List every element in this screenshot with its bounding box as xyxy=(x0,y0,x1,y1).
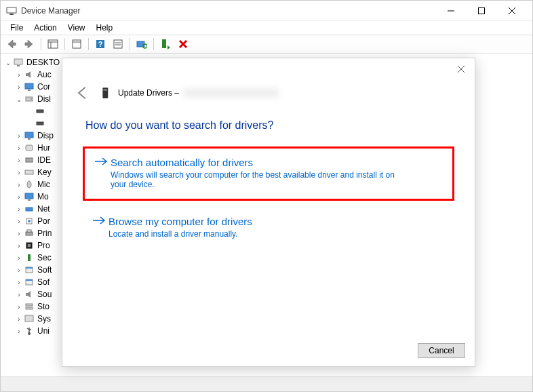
storage-icon xyxy=(24,301,35,312)
close-button[interactable] xyxy=(496,1,527,21)
option-search-automatically[interactable]: Search automatically for drivers Windows… xyxy=(83,146,454,201)
window-title: Device Manager xyxy=(21,6,435,16)
properties-button[interactable] xyxy=(68,36,85,52)
svg-rect-23 xyxy=(25,83,33,89)
chevron-icon[interactable]: › xyxy=(14,315,24,323)
device-name-redacted xyxy=(184,88,279,98)
menu-help[interactable]: Help xyxy=(91,22,119,34)
mouse-icon xyxy=(24,179,35,190)
maximize-button[interactable] xyxy=(466,1,496,21)
show-hide-tree-button[interactable] xyxy=(45,36,61,52)
update-drivers-dialog: Update Drivers – How do you want to sear… xyxy=(62,58,475,367)
tree-item-label: Mo xyxy=(37,192,49,201)
menu-action[interactable]: Action xyxy=(28,22,62,34)
svg-rect-21 xyxy=(14,59,22,64)
chevron-icon[interactable]: › xyxy=(14,267,24,274)
svg-rect-38 xyxy=(26,208,33,211)
chevron-icon[interactable]: › xyxy=(14,132,24,140)
cpu-icon xyxy=(24,240,35,251)
action-button[interactable] xyxy=(110,36,126,52)
cancel-button[interactable]: Cancel xyxy=(418,343,465,358)
chevron-icon[interactable]: › xyxy=(14,230,24,237)
titlebar: Device Manager xyxy=(1,1,532,21)
svg-rect-3 xyxy=(478,7,484,14)
chevron-icon[interactable]: › xyxy=(14,71,24,79)
tree-item-label: Auc xyxy=(37,70,52,79)
dialog-title: Update Drivers – xyxy=(118,88,279,98)
svg-point-26 xyxy=(31,98,32,100)
chevron-icon[interactable]: ⌄ xyxy=(14,96,24,103)
tree-item-label: Sec xyxy=(37,253,52,262)
svg-rect-22 xyxy=(17,65,20,66)
tree-item-label: Hur xyxy=(37,143,50,153)
system-icon xyxy=(24,313,35,324)
network-icon xyxy=(24,203,35,214)
uninstall-button[interactable] xyxy=(175,36,191,52)
arrow-right-icon xyxy=(94,157,111,169)
tree-item-label: IDE xyxy=(37,155,51,165)
tree-item-label: Disp xyxy=(37,131,54,140)
software-icon xyxy=(24,264,35,275)
ide-icon xyxy=(24,155,35,165)
chevron-icon[interactable]: › xyxy=(14,205,24,213)
disk-icon xyxy=(24,94,35,104)
drive-icon xyxy=(35,118,45,129)
help-button[interactable]: ? xyxy=(92,36,108,52)
chevron-icon[interactable]: › xyxy=(14,157,24,164)
scan-hardware-button[interactable] xyxy=(134,36,150,52)
chevron-icon[interactable]: › xyxy=(14,144,24,152)
usb-icon xyxy=(24,326,35,336)
chevron-icon[interactable]: › xyxy=(14,303,24,311)
chevron-icon[interactable]: › xyxy=(14,328,24,335)
chevron-icon[interactable]: › xyxy=(14,254,24,262)
update-driver-button[interactable] xyxy=(157,36,174,52)
chevron-down-icon[interactable]: ⌄ xyxy=(3,59,13,66)
chevron-icon[interactable]: › xyxy=(14,181,24,189)
svg-point-35 xyxy=(27,181,31,188)
tree-item-label: Pro xyxy=(37,241,50,250)
svg-rect-33 xyxy=(25,170,33,174)
option-description: Locate and install a driver manually. xyxy=(92,229,404,239)
menu-file[interactable]: File xyxy=(5,22,28,34)
chevron-icon[interactable]: › xyxy=(14,83,24,91)
tree-item-label: Disl xyxy=(37,94,51,104)
minimize-button[interactable] xyxy=(435,1,466,21)
toolbar-separator xyxy=(41,38,41,50)
dialog-back-button[interactable] xyxy=(76,85,91,100)
chevron-icon[interactable]: › xyxy=(14,279,24,286)
monitor-icon xyxy=(24,191,35,202)
menu-view[interactable]: View xyxy=(62,22,91,34)
svg-rect-45 xyxy=(28,254,31,261)
tree-item-label: Mic xyxy=(37,180,50,189)
tree-item-label: Uni xyxy=(37,326,50,336)
drive-icon xyxy=(35,106,45,117)
back-button[interactable] xyxy=(3,36,20,52)
svg-rect-18 xyxy=(162,39,166,48)
drive-icon xyxy=(100,87,113,99)
svg-text:?: ? xyxy=(98,40,103,48)
svg-rect-44 xyxy=(28,244,31,247)
pc-icon xyxy=(13,57,24,68)
svg-rect-1 xyxy=(9,14,14,15)
audio-icon xyxy=(24,289,35,300)
tree-item-label: Cor xyxy=(37,82,50,92)
option-browse-computer[interactable]: Browse my computer for drivers Locate an… xyxy=(83,208,454,248)
toolbar-separator xyxy=(130,38,130,50)
svg-rect-60 xyxy=(104,89,108,90)
dialog-close-button[interactable] xyxy=(454,62,468,76)
toolbar-separator xyxy=(64,38,65,50)
tree-item-label: Net xyxy=(37,204,50,214)
chevron-icon[interactable]: › xyxy=(14,291,24,298)
keyboard-icon xyxy=(24,167,35,178)
tree-item-label: Soft xyxy=(37,265,52,275)
forward-button[interactable] xyxy=(21,36,37,52)
monitor-icon xyxy=(24,81,35,92)
chevron-icon[interactable]: › xyxy=(14,193,24,201)
tree-item-label: Sou xyxy=(37,290,52,299)
chevron-icon[interactable]: › xyxy=(14,242,24,250)
svg-point-40 xyxy=(28,220,31,222)
chevron-icon[interactable]: › xyxy=(14,218,24,225)
chevron-icon[interactable]: › xyxy=(14,169,24,176)
tree-item-label: Por xyxy=(37,216,50,226)
tree-item-label: Sof xyxy=(37,277,50,287)
